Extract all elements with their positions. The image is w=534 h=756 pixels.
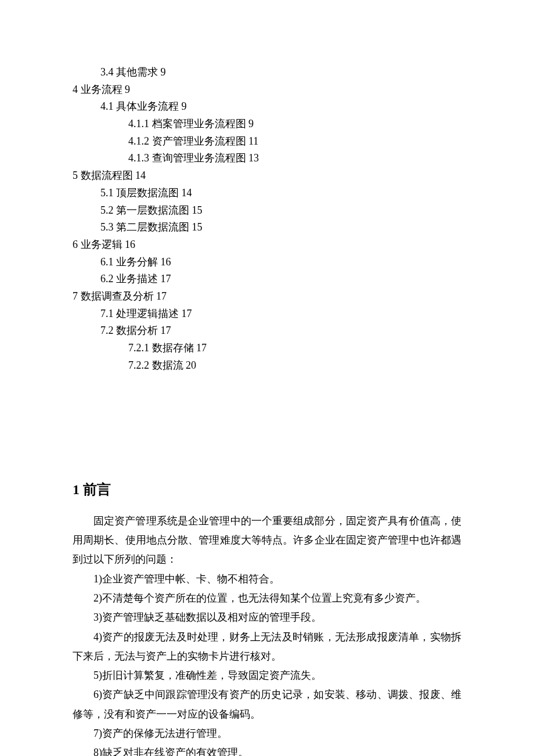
- list-item: 4)资产的报废无法及时处理，财务上无法及时销账，无法形成报废清单，实物拆下来后，…: [73, 628, 461, 667]
- toc-entry: 5 数据流程图 14: [73, 167, 461, 185]
- list-item: 8)缺乏对非在线资产的有效管理。: [73, 743, 461, 756]
- table-of-contents: 3.4 其他需求 9 4 业务流程 9 4.1 具体业务流程 9 4.1.1 档…: [73, 64, 461, 374]
- list-item: 5)折旧计算繁复，准确性差，导致固定资产流失。: [73, 666, 461, 685]
- list-item: 1)企业资产管理中帐、卡、物不相符合。: [73, 570, 461, 589]
- toc-entry: 7.2.1 数据存储 17: [73, 340, 461, 357]
- list-item: 7)资产的保修无法进行管理。: [73, 724, 461, 743]
- toc-entry: 5.1 顶层数据流图 14: [73, 185, 461, 202]
- body-text-block: 固定资产管理系统是企业管理中的一个重要组成部分，固定资产具有价值高，使用周期长、…: [73, 512, 461, 756]
- toc-entry: 4.1.2 资产管理业务流程图 11: [73, 133, 461, 150]
- toc-entry: 5.3 第二层数据流图 15: [73, 219, 461, 236]
- toc-entry: 3.4 其他需求 9: [73, 64, 461, 81]
- section-heading: 1 前言: [73, 478, 461, 501]
- toc-entry: 4.1.3 查询管理业务流程图 13: [73, 150, 461, 167]
- toc-entry: 4.1 具体业务流程 9: [73, 98, 461, 116]
- document-page: 3.4 其他需求 9 4 业务流程 9 4.1 具体业务流程 9 4.1.1 档…: [0, 0, 534, 756]
- list-item: 6)资产缺乏中间跟踪管理没有资产的历史记录，如安装、移动、调拨、报废、维修等，没…: [73, 685, 461, 724]
- toc-entry: 6.1 业务分解 16: [73, 254, 461, 271]
- list-item: 3)资产管理缺乏基础数据以及相对应的管理手段。: [73, 608, 461, 627]
- toc-entry: 6.2 业务描述 17: [73, 271, 461, 288]
- toc-entry: 7.1 处理逻辑描述 17: [73, 305, 461, 323]
- toc-entry: 7.2 数据分析 17: [73, 322, 461, 340]
- toc-entry: 7.2.2 数据流 20: [73, 357, 461, 375]
- toc-entry: 4 业务流程 9: [73, 81, 461, 99]
- toc-entry: 5.2 第一层数据流图 15: [73, 202, 461, 219]
- toc-entry: 6 业务逻辑 16: [73, 236, 461, 254]
- paragraph: 固定资产管理系统是企业管理中的一个重要组成部分，固定资产具有价值高，使用周期长、…: [73, 512, 461, 570]
- list-item: 2)不清楚每个资产所在的位置，也无法得知某个位置上究竟有多少资产。: [73, 589, 461, 608]
- toc-entry: 7 数据调查及分析 17: [73, 288, 461, 305]
- toc-entry: 4.1.1 档案管理业务流程图 9: [73, 116, 461, 133]
